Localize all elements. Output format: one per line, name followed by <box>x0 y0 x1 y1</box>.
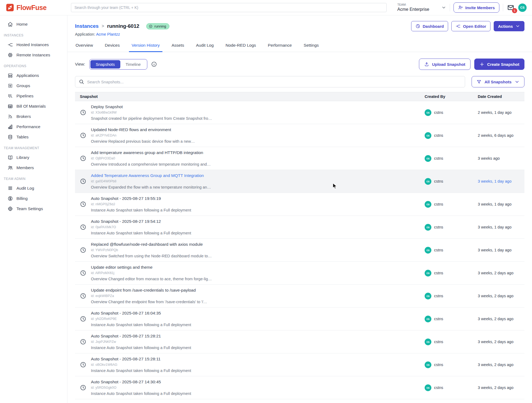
snapshot-row[interactable]: Update editor settings and theme id: AlR… <box>75 262 524 285</box>
library-icon <box>8 155 13 160</box>
invite-members-button[interactable]: Invite Members <box>453 2 499 13</box>
chevron-down-icon <box>515 24 520 29</box>
tab-assets[interactable]: Assets <box>171 42 185 52</box>
snapshot-created-by: cs cstns <box>425 270 478 276</box>
snapshot-title[interactable]: Auto Snapshot - 2025-08-27 16:04:35 <box>91 310 191 316</box>
snapshot-id: id: nMGP0jZ6dJ <box>91 202 191 207</box>
snapshot-date: 3 weeks, 1 day ago <box>478 248 524 252</box>
sidebar-item-home[interactable]: Home <box>0 19 67 29</box>
snapshot-row[interactable]: Deploy Snapshot id: X3o6Bw1k9W Snapshot … <box>75 101 524 124</box>
chevron-down-icon[interactable] <box>441 5 446 10</box>
divider <box>503 4 503 11</box>
tab-node-red-logs[interactable]: Node-RED Logs <box>225 42 257 52</box>
sidebar-item-applications[interactable]: Applications <box>0 70 67 81</box>
tab-settings[interactable]: Settings <box>303 42 319 52</box>
sidebar-item-groups[interactable]: Groups <box>0 81 67 91</box>
sidebar-item-label: Groups <box>16 83 30 88</box>
snapshot-created-by: cs cstns <box>425 361 478 368</box>
actions-button[interactable]: Actions <box>494 21 524 31</box>
notifications-button[interactable]: 5 <box>507 4 515 11</box>
snapshot-filter-dropdown[interactable]: All Snapshots <box>472 76 524 87</box>
snapshot-title[interactable]: Add temperature awareness group and HTTP… <box>91 150 211 155</box>
snapshot-title[interactable]: Added Temperature Awareness Group and MQ… <box>91 173 211 178</box>
snapshot-row[interactable]: Update endpoint from /save-credentials t… <box>75 285 524 308</box>
snapshot-row[interactable]: Add temperature awareness group and HTTP… <box>75 147 524 170</box>
snapshot-created-by: cs cstns <box>425 109 478 116</box>
snapshot-search-input[interactable] <box>87 80 461 84</box>
brokers-icon <box>8 114 13 119</box>
snapshot-row[interactable]: Auto Snapshot - 2025-08-27 19:54:12 id: … <box>75 216 524 239</box>
snapshot-title[interactable]: Auto Snapshot - 2025-08-27 19:55:19 <box>91 196 191 201</box>
sidebar-item-audit-log[interactable]: Audit Log <box>0 183 67 193</box>
sidebar-item-hosted-instances[interactable]: Hosted Instances <box>0 40 67 50</box>
snapshot-created-by: cs cstns <box>425 339 478 345</box>
snapshot-row[interactable]: Auto Snapshot - 2025-08-27 16:04:35 id: … <box>75 308 524 330</box>
snapshot-title[interactable]: Auto Snapshot - 2025-08-27 15:28:11 <box>91 356 191 362</box>
tab-version-history[interactable]: Version History <box>131 42 160 52</box>
tab-overview[interactable]: Overview <box>75 42 94 52</box>
tab-audit-log[interactable]: Audit Log <box>196 42 214 52</box>
snapshot-title[interactable]: Auto Snapshot - 2025-08-27 14:30:45 <box>91 379 191 385</box>
snapshot-title[interactable]: Replaced @flowfuse/node-red-dashboard wi… <box>91 242 212 247</box>
sidebar-item-members[interactable]: Members <box>0 163 67 173</box>
user-avatar[interactable]: CS <box>518 4 527 12</box>
sidebar-item-billing[interactable]: Billing <box>0 193 67 204</box>
snapshot-row[interactable]: Auto Snapshot - 2025-08-27 15:28:11 id: … <box>75 353 524 376</box>
global-search-input[interactable] <box>74 5 383 10</box>
view-label: View: <box>75 62 85 67</box>
snapshot-cell: Added Temperature Awareness Group and MQ… <box>75 173 425 190</box>
sidebar-item-library[interactable]: Library <box>0 152 67 163</box>
info-icon[interactable] <box>151 61 157 67</box>
snapshot-cell: Auto Snapshot - 2025-08-27 16:04:35 id: … <box>75 310 425 327</box>
application-link[interactable]: Acme Plantzz <box>96 32 120 36</box>
snapshot-date: 2 weeks, 6 days ago <box>478 133 524 138</box>
snapshot-title[interactable]: Deploy Snapshot <box>91 104 212 110</box>
upload-snapshot-button[interactable]: Upload Snapshot <box>419 59 470 70</box>
snapshot-row[interactable]: Auto Snapshot - 2025-08-27 14:30:45 id: … <box>75 376 524 399</box>
user-plus-icon <box>458 5 463 10</box>
team-selector[interactable]: TEAM: Acme Enterprise <box>397 3 438 12</box>
snapshot-row[interactable]: Auto Snapshot - 2025-08-27 15:28:21 id: … <box>75 330 524 353</box>
snapshot-id: id: OjBPrO3Da0 <box>91 156 211 161</box>
sidebar-item-performance[interactable]: Performance <box>0 122 67 132</box>
snapshot-title[interactable]: Updated Node-RED flows and environment <box>91 127 195 132</box>
sidebar-section-instances: INSTANCES <box>0 29 67 40</box>
snapshot-title[interactable]: Update endpoint from /save-credentials t… <box>91 288 207 293</box>
tab-performance[interactable]: Performance <box>267 42 292 52</box>
tab-devices[interactable]: Devices <box>104 42 120 52</box>
snapshot-row[interactable]: Added Temperature Awareness Group and MQ… <box>75 170 524 193</box>
snapshot-row[interactable]: Auto Snapshot - 2025-08-27 19:55:19 id: … <box>75 193 524 216</box>
sidebar-item-remote-instances[interactable]: Remote Instances <box>0 50 67 60</box>
snapshot-created-by: cs cstns <box>425 293 478 299</box>
clock-icon <box>80 201 86 207</box>
snapshot-row[interactable]: Add HTTP endpoint for saving credentials… <box>75 399 524 403</box>
groups-icon <box>8 83 13 88</box>
sidebar-item-brokers[interactable]: Brokers <box>0 111 67 122</box>
snapshot-id: id: X3o6Bw1k9W <box>91 110 212 115</box>
snapshot-id: id: AlRPoMX61j <box>91 271 212 275</box>
sidebar-item-pipelines[interactable]: Pipelines <box>0 91 67 101</box>
breadcrumb-instances-link[interactable]: Instances <box>75 23 99 29</box>
snapshot-row[interactable]: Replaced @flowfuse/node-red-dashboard wi… <box>75 239 524 262</box>
snapshot-title[interactable]: Update editor settings and theme <box>91 265 212 270</box>
sidebar-item-bill-of-materials[interactable]: Bill Of Materials <box>0 101 67 111</box>
node-editor-icon <box>456 24 461 29</box>
snapshot-cell: Add temperature awareness group and HTTP… <box>75 150 425 167</box>
brand[interactable]: FlowFuse <box>0 4 67 12</box>
snapshot-row[interactable]: Updated Node-RED flows and environment i… <box>75 124 524 147</box>
toggle-timeline[interactable]: Timeline <box>120 60 146 69</box>
upload-icon <box>424 62 429 67</box>
user-avatar: cs <box>425 109 431 116</box>
clock-icon <box>80 293 86 299</box>
sidebar-item-team-settings[interactable]: Team Settings <box>0 204 67 214</box>
sidebar-item-tables[interactable]: Tables <box>0 132 67 142</box>
snapshot-title[interactable]: Auto Snapshot - 2025-08-27 19:54:12 <box>91 219 191 224</box>
create-snapshot-button[interactable]: Create Snapshot <box>474 59 524 70</box>
sidebar-item-label: Remote Instances <box>16 53 50 57</box>
snapshot-title[interactable]: Auto Snapshot - 2025-08-27 15:28:21 <box>91 333 191 339</box>
team-settings-icon <box>8 206 13 211</box>
dashboard-button[interactable]: Dashboard <box>411 21 448 31</box>
open-editor-button[interactable]: Open Editor <box>451 21 490 31</box>
members-icon <box>8 165 13 170</box>
toggle-snapshots[interactable]: Snapshots <box>90 60 120 69</box>
